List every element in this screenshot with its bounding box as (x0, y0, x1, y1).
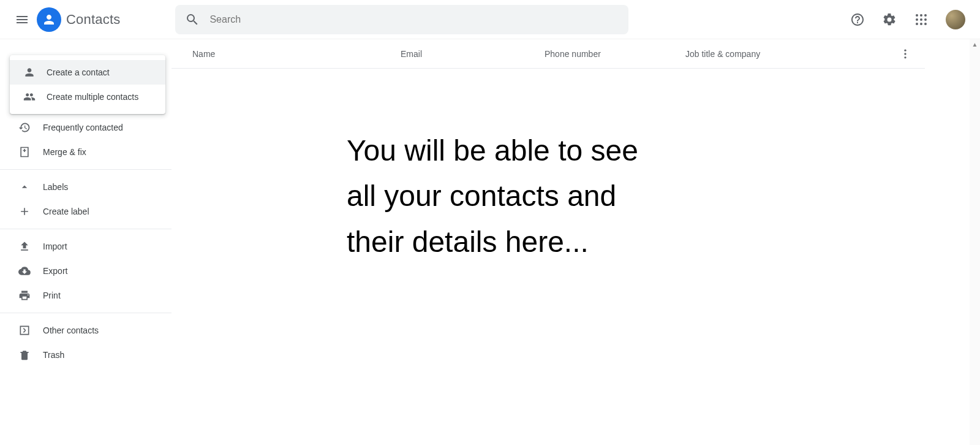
plus-icon (17, 205, 32, 218)
sidebar-item-create-label[interactable]: Create label (0, 199, 172, 224)
kebab-icon (899, 48, 911, 60)
annotation-overlay: You will be able to see all your contact… (347, 128, 638, 265)
sidebar-item-merge-fix[interactable]: Merge & fix (0, 140, 172, 164)
archive-icon (17, 324, 32, 337)
sidebar-item-label: Create label (43, 207, 89, 216)
sidebar-item-label: Trash (43, 350, 64, 360)
sidebar-divider (0, 169, 172, 170)
column-header-phone: Phone number (545, 49, 685, 59)
annotation-line: all your contacts and (347, 173, 638, 219)
svg-point-3 (916, 18, 918, 21)
menu-item-create-multiple-contacts[interactable]: Create multiple contacts (10, 85, 165, 109)
google-apps-button[interactable] (909, 7, 933, 32)
search-icon (185, 12, 200, 27)
upload-icon (17, 240, 32, 253)
app-header: Contacts (0, 0, 980, 39)
contacts-logo-icon (37, 7, 61, 32)
column-header-job: Job title & company (685, 49, 925, 59)
sidebar-item-other-contacts[interactable]: Other contacts (0, 318, 172, 343)
gear-icon (882, 12, 897, 27)
people-icon (22, 91, 37, 103)
sidebar-labels-header[interactable]: Labels (0, 175, 172, 199)
chevron-up-icon (17, 181, 32, 193)
cloud-download-icon (17, 265, 32, 277)
sidebar-item-label: Other contacts (43, 325, 99, 335)
create-contact-menu: Create a contact Create multiple contact… (10, 55, 165, 114)
svg-point-10 (904, 53, 906, 55)
sidebar-item-label: Frequently contacted (43, 123, 123, 132)
hamburger-icon (15, 12, 29, 27)
sidebar-item-label: Labels (43, 182, 68, 192)
svg-point-6 (916, 23, 918, 25)
svg-point-2 (924, 14, 927, 17)
annotation-line: You will be able to see (347, 128, 638, 173)
sidebar-item-trash[interactable]: Trash (0, 343, 172, 367)
menu-item-label: Create multiple contacts (47, 92, 138, 102)
trash-icon (17, 349, 32, 361)
annotation-line: their details here... (347, 219, 638, 265)
scroll-up-arrow-icon: ▲ (970, 39, 980, 50)
menu-item-create-a-contact[interactable]: Create a contact (10, 60, 165, 85)
sidebar-item-frequently-contacted[interactable]: Frequently contacted (0, 115, 172, 140)
column-headers-row: Name Email Phone number Job title & comp… (172, 39, 925, 69)
sidebar-item-print[interactable]: Print (0, 283, 172, 308)
column-header-name: Name (192, 49, 401, 59)
help-icon (850, 12, 865, 27)
sidebar-item-export[interactable]: Export (0, 259, 172, 283)
sidebar-item-import[interactable]: Import (0, 234, 172, 259)
menu-item-label: Create a contact (47, 67, 110, 77)
svg-point-5 (924, 18, 927, 21)
svg-point-7 (920, 23, 922, 25)
search-input[interactable] (209, 14, 619, 25)
person-icon (22, 66, 37, 78)
merge-icon (17, 146, 32, 158)
svg-point-8 (924, 23, 927, 25)
sidebar-divider (0, 229, 172, 229)
svg-point-4 (920, 18, 922, 21)
sidebar-item-label: Print (43, 291, 61, 300)
svg-point-0 (916, 14, 918, 17)
svg-point-1 (920, 14, 922, 17)
account-avatar[interactable] (946, 10, 965, 29)
app-title: Contacts (66, 12, 120, 28)
column-header-email: Email (401, 49, 545, 59)
vertical-scrollbar[interactable]: ▲ (970, 39, 980, 445)
print-icon (17, 289, 32, 302)
main-content: Name Email Phone number Job title & comp… (172, 39, 980, 445)
apps-grid-icon (914, 12, 929, 27)
sidebar-divider (0, 313, 172, 313)
svg-point-11 (904, 56, 906, 58)
sidebar-item-label: Import (43, 242, 67, 251)
history-icon (17, 121, 32, 134)
help-button[interactable] (845, 7, 870, 32)
sidebar-item-label: Merge & fix (43, 147, 86, 157)
main-menu-button[interactable] (10, 7, 34, 32)
header-actions (845, 7, 970, 32)
settings-button[interactable] (877, 7, 902, 32)
sidebar-item-label: Export (43, 266, 67, 276)
search-bar[interactable] (175, 5, 628, 34)
app-logo[interactable]: Contacts (37, 7, 120, 32)
svg-point-9 (904, 50, 906, 51)
list-settings-button[interactable] (898, 47, 913, 61)
